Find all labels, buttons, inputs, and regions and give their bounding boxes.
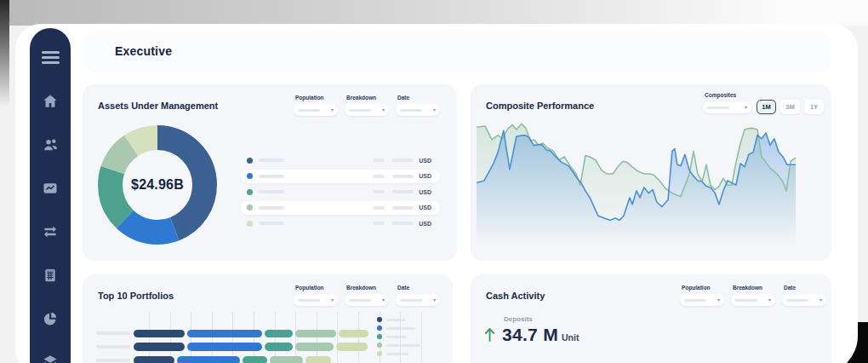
- top10-card-title: Top 10 Portfolios: [98, 291, 174, 301]
- chevron-down-icon: ▾: [331, 297, 334, 302]
- filter-label: Composites: [705, 92, 751, 98]
- portfolio-bar-row: [96, 343, 370, 351]
- page-background: Executive Assets Under Management Popula…: [0, 0, 868, 363]
- filter-label: Breakdown: [346, 95, 389, 101]
- bar-segment: [306, 356, 331, 363]
- aum-donut-chart: $24.96B: [96, 124, 219, 246]
- legend-item: [377, 341, 420, 349]
- composites-select[interactable]: ▾: [703, 101, 751, 113]
- home-icon[interactable]: [41, 92, 60, 110]
- bar-segment: [187, 330, 262, 338]
- population-filter: Population ▾: [680, 285, 724, 306]
- app-window: Executive Assets Under Management Popula…: [15, 24, 858, 363]
- chevron-down-icon: ▾: [768, 297, 771, 302]
- range-1m-button[interactable]: 1M: [757, 100, 776, 114]
- row-label-placeholder: [96, 359, 130, 362]
- transactions-icon[interactable]: [41, 222, 60, 240]
- composite-controls: Composites ▾ 1M 3M 1Y: [703, 92, 824, 113]
- currency-label: USD: [419, 173, 431, 179]
- bar-segment: [243, 356, 267, 363]
- bar-segment: [177, 356, 240, 363]
- currency-label: USD: [419, 158, 431, 164]
- range-1y-button[interactable]: 1Y: [804, 100, 824, 114]
- bar-segment: [134, 343, 185, 351]
- sidebar: [30, 28, 71, 363]
- aum-legend-row: USD: [241, 170, 440, 183]
- aum-card: Assets Under Management Population ▾ Bre…: [83, 84, 457, 261]
- value-placeholder: [373, 158, 385, 162]
- date-filter: Date ▾: [396, 285, 440, 306]
- population-filter: Population ▾: [294, 285, 338, 306]
- aum-breakdown-select[interactable]: ▾: [345, 104, 389, 116]
- legend-dot: [377, 351, 382, 356]
- deposits-metric: Deposits 34.7 M Unit: [484, 315, 579, 345]
- currency-label: USD: [419, 205, 431, 210]
- row-label-placeholder: [96, 331, 130, 335]
- legend-item: [377, 349, 420, 358]
- aum-legend-row: USD: [241, 185, 440, 199]
- date-filter: Date ▾: [782, 285, 826, 306]
- bar-segment: [265, 330, 293, 338]
- filter-label: Breakdown: [346, 285, 389, 291]
- filter-label: Date: [397, 285, 440, 291]
- users-icon[interactable]: [41, 135, 60, 153]
- value-placeholder: [373, 175, 385, 178]
- bar-segment: [295, 343, 334, 351]
- legend-dot: [377, 343, 382, 348]
- chevron-down-icon: ▾: [717, 297, 720, 302]
- metric-label: Deposits: [504, 315, 579, 323]
- chevron-down-icon: ▾: [819, 297, 822, 302]
- value-placeholder: [392, 175, 414, 178]
- legend-dot: [247, 189, 253, 195]
- bar-segment: [265, 343, 293, 351]
- chevron-down-icon: ▾: [382, 107, 385, 112]
- portfolio-bar-row: [96, 330, 371, 338]
- chevron-down-icon: ▾: [745, 105, 747, 110]
- label-placeholder: [259, 158, 284, 162]
- row-label-placeholder: [96, 345, 130, 349]
- filter-label: Date: [397, 95, 440, 101]
- value-placeholder: [392, 158, 414, 162]
- breakdown-filter: Breakdown ▾: [345, 285, 389, 306]
- label-placeholder: [259, 190, 284, 193]
- population-filter: Population ▾: [294, 95, 338, 116]
- filter-label: Population: [682, 285, 724, 291]
- top10-date-select[interactable]: ▾: [396, 294, 440, 306]
- bar-segment: [187, 343, 262, 351]
- portfolios-chart-icon[interactable]: [41, 179, 60, 197]
- top10-breakdown-select[interactable]: ▾: [345, 294, 389, 306]
- legend-dot: [247, 221, 253, 227]
- composite-card-title: Composite Performance: [486, 101, 594, 111]
- legend-dot: [377, 326, 382, 331]
- calculator-icon[interactable]: [41, 266, 60, 284]
- aum-legend-row: USD: [241, 216, 440, 230]
- label-placeholder: [259, 175, 284, 178]
- cash-population-select[interactable]: ▾: [680, 294, 724, 306]
- aum-date-select[interactable]: ▾: [396, 104, 440, 116]
- chevron-down-icon: ▾: [331, 107, 334, 112]
- bar-segment: [270, 356, 303, 363]
- aum-total-value: $24.96B: [96, 124, 219, 246]
- allocation-pie-icon[interactable]: [41, 309, 60, 327]
- range-3m-button[interactable]: 3M: [780, 100, 800, 114]
- value-placeholder: [392, 206, 414, 210]
- top10-population-select[interactable]: ▾: [294, 294, 338, 306]
- composite-line-chart: [477, 119, 796, 245]
- aum-population-select[interactable]: ▾: [294, 104, 338, 116]
- metric-unit: Unit: [562, 332, 579, 343]
- cash-date-select[interactable]: ▾: [782, 294, 826, 306]
- composite-performance-card: Composite Performance Composites ▾ 1M 3M…: [471, 84, 831, 261]
- portfolio-bar-row: [96, 356, 334, 363]
- cash-activity-card: Cash Activity Population ▾ Breakdown ▾ D…: [471, 274, 831, 363]
- page-title: Executive: [115, 44, 172, 58]
- page-header: Executive: [85, 32, 830, 71]
- label-placeholder: [386, 336, 407, 338]
- legend-item: [377, 315, 420, 324]
- value-placeholder: [373, 190, 385, 193]
- cash-breakdown-select[interactable]: ▾: [731, 294, 775, 306]
- menu-icon[interactable]: [38, 45, 63, 70]
- value-placeholder: [373, 222, 385, 225]
- value-placeholder: [392, 190, 414, 193]
- layers-icon[interactable]: [41, 353, 60, 363]
- chevron-down-icon: ▾: [433, 107, 436, 112]
